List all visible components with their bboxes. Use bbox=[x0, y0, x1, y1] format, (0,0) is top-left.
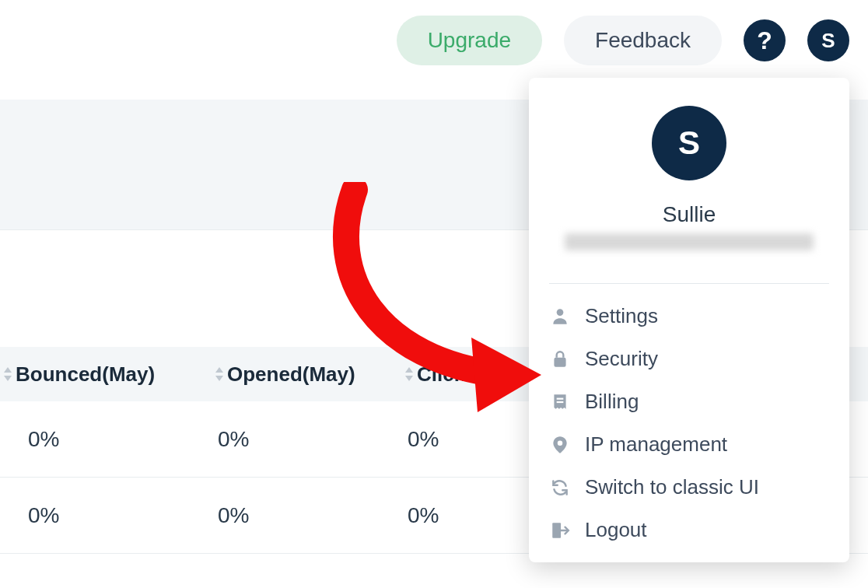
logout-icon bbox=[549, 520, 571, 541]
sort-icon bbox=[3, 367, 12, 381]
sort-icon bbox=[215, 367, 224, 381]
help-icon: ? bbox=[757, 26, 772, 55]
svg-point-4 bbox=[558, 440, 563, 446]
cell-clicked: 0% bbox=[408, 427, 439, 452]
dropdown-divider bbox=[549, 283, 829, 284]
avatar-button[interactable]: S bbox=[807, 19, 849, 61]
feedback-button[interactable]: Feedback bbox=[564, 16, 722, 65]
column-label: Click bbox=[417, 362, 465, 387]
column-label: Opened(May) bbox=[227, 362, 355, 387]
menu-label: Security bbox=[585, 347, 658, 371]
profile-avatar-initial: S bbox=[678, 124, 700, 162]
upgrade-button[interactable]: Upgrade bbox=[397, 16, 542, 65]
dropdown-profile: S Sullie bbox=[529, 78, 849, 277]
menu-item-switch-ui[interactable]: Switch to classic UI bbox=[529, 466, 849, 509]
location-pin-icon bbox=[549, 434, 571, 456]
menu-label: IP management bbox=[585, 432, 727, 457]
column-clicked[interactable]: Click bbox=[404, 362, 465, 387]
refresh-icon bbox=[549, 477, 571, 499]
menu-item-billing[interactable]: Billing bbox=[529, 380, 849, 423]
cell-bounced: 0% bbox=[28, 427, 59, 452]
avatar-initial: S bbox=[821, 29, 835, 53]
column-opened[interactable]: Opened(May) bbox=[215, 362, 355, 387]
menu-label: Billing bbox=[585, 390, 639, 414]
menu-label: Settings bbox=[585, 304, 658, 328]
svg-rect-2 bbox=[557, 397, 564, 399]
column-label: Bounced(May) bbox=[16, 362, 155, 387]
sort-icon bbox=[404, 367, 414, 381]
cell-bounced: 0% bbox=[28, 503, 59, 528]
menu-item-settings[interactable]: Settings bbox=[529, 295, 849, 338]
profile-name: Sullie bbox=[663, 202, 716, 227]
cell-clicked: 0% bbox=[408, 503, 439, 528]
menu-item-ip-management[interactable]: IP management bbox=[529, 423, 849, 466]
menu-item-logout[interactable]: Logout bbox=[529, 509, 849, 551]
help-button[interactable]: ? bbox=[744, 19, 786, 61]
user-icon bbox=[549, 306, 571, 327]
menu-label: Logout bbox=[585, 518, 647, 542]
topbar: Upgrade Feedback ? S bbox=[0, 0, 868, 81]
receipt-icon bbox=[549, 391, 571, 413]
column-bounced[interactable]: Bounced(May) bbox=[3, 362, 155, 387]
menu-item-security[interactable]: Security bbox=[529, 338, 849, 380]
svg-rect-3 bbox=[557, 401, 564, 402]
svg-rect-1 bbox=[554, 357, 565, 366]
user-dropdown: S Sullie Settings Security Billing IP ma… bbox=[529, 78, 849, 562]
cell-opened: 0% bbox=[218, 427, 249, 452]
menu-label: Switch to classic UI bbox=[585, 475, 759, 499]
svg-rect-5 bbox=[552, 523, 561, 538]
lock-icon bbox=[549, 348, 571, 370]
profile-email-blurred bbox=[565, 233, 814, 250]
cell-opened: 0% bbox=[218, 503, 249, 528]
svg-point-0 bbox=[557, 309, 564, 316]
profile-avatar: S bbox=[652, 106, 726, 180]
